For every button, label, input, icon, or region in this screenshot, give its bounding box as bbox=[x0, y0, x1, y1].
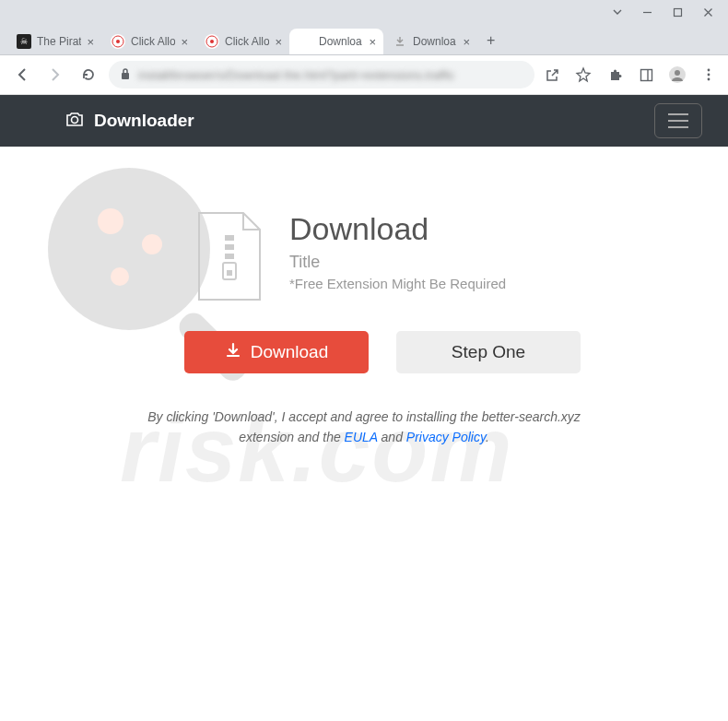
disclaimer-period: . bbox=[486, 430, 489, 444]
brand: Downloader bbox=[65, 109, 194, 134]
disclaimer-text: By clicking 'Download', I accept and agr… bbox=[0, 407, 728, 448]
reload-button[interactable] bbox=[76, 62, 101, 88]
svg-rect-24 bbox=[225, 244, 234, 250]
window-controls bbox=[0, 0, 728, 23]
download-button[interactable]: Download bbox=[184, 331, 369, 373]
disclaimer-and: and bbox=[378, 430, 406, 444]
tab-close-icon[interactable]: × bbox=[463, 36, 470, 48]
profile-avatar-icon[interactable] bbox=[667, 65, 687, 85]
tab-title: Downloa bbox=[413, 35, 457, 48]
buttons-row: Download Step One bbox=[37, 331, 728, 373]
share-icon[interactable] bbox=[542, 65, 562, 85]
svg-point-12 bbox=[708, 74, 710, 77]
svg-rect-7 bbox=[640, 69, 652, 80]
browser-tab[interactable]: ☠ The Pirat × bbox=[7, 29, 101, 54]
svg-point-3 bbox=[116, 40, 120, 43]
download-arrow-icon bbox=[225, 342, 241, 363]
browser-tab-active[interactable]: Downloa × bbox=[289, 29, 383, 54]
hero-text: Download Title *Free Extension Might Be … bbox=[289, 211, 506, 291]
hero-row: Download Title *Free Extension Might Be … bbox=[194, 211, 728, 303]
camera-icon bbox=[65, 109, 85, 134]
minimize-button[interactable] bbox=[642, 7, 652, 19]
browser-toolbar: install/browser/s/Download the.html?part… bbox=[0, 55, 728, 95]
tab-close-icon[interactable]: × bbox=[181, 36, 188, 48]
tab-title: Click Allo bbox=[225, 35, 269, 48]
tab-title: Click Allo bbox=[131, 35, 175, 48]
step-one-button[interactable]: Step One bbox=[396, 331, 581, 373]
close-window-button[interactable] bbox=[703, 7, 713, 19]
back-button[interactable] bbox=[9, 62, 35, 88]
lock-icon bbox=[120, 67, 131, 83]
privacy-policy-link[interactable]: Privacy Policy bbox=[406, 430, 486, 444]
toolbar-icons bbox=[542, 65, 719, 85]
svg-rect-27 bbox=[227, 270, 232, 276]
svg-rect-23 bbox=[225, 235, 234, 241]
favicon-click-icon bbox=[111, 34, 125, 49]
address-bar[interactable]: install/browser/s/Download the.html?part… bbox=[109, 61, 534, 89]
browser-chrome: ☠ The Pirat × Click Allo × Click Allo × … bbox=[0, 0, 728, 55]
svg-point-5 bbox=[210, 40, 214, 43]
hero-heading: Download bbox=[289, 211, 506, 247]
download-button-label: Download bbox=[251, 342, 329, 362]
tab-title: Downloa bbox=[319, 35, 363, 48]
svg-rect-25 bbox=[225, 254, 234, 259]
extensions-puzzle-icon[interactable] bbox=[605, 65, 625, 85]
reading-list-icon[interactable] bbox=[636, 65, 656, 85]
brand-text: Downloader bbox=[94, 111, 194, 131]
hero-note: *Free Extension Might Be Required bbox=[289, 276, 506, 291]
hamburger-menu[interactable] bbox=[654, 103, 702, 138]
tab-title: The Pirat bbox=[37, 35, 81, 48]
tab-close-icon[interactable]: × bbox=[87, 36, 94, 48]
favicon-blank-icon bbox=[299, 34, 313, 49]
zip-file-icon bbox=[194, 211, 265, 303]
eula-link[interactable]: EULA bbox=[345, 430, 378, 444]
svg-point-13 bbox=[708, 78, 710, 81]
favicon-click-icon bbox=[205, 34, 219, 49]
favicon-pirate-icon: ☠ bbox=[17, 34, 31, 49]
url-text: install/browser/s/Download the.html?part… bbox=[138, 68, 454, 82]
svg-point-11 bbox=[708, 69, 710, 72]
step-button-label: Step One bbox=[452, 342, 525, 362]
svg-rect-6 bbox=[122, 73, 129, 79]
kebab-menu-icon[interactable] bbox=[699, 65, 719, 85]
dropdown-caret-icon[interactable] bbox=[613, 7, 622, 19]
svg-point-14 bbox=[72, 116, 78, 123]
hero-subtitle: Title bbox=[289, 253, 506, 272]
page-header: Downloader bbox=[0, 95, 728, 147]
svg-point-10 bbox=[675, 70, 680, 76]
main-content: Download Title *Free Extension Might Be … bbox=[0, 147, 728, 448]
hamburger-icon bbox=[666, 112, 690, 130]
tab-close-icon[interactable]: × bbox=[275, 36, 282, 48]
favicon-download-icon bbox=[393, 34, 407, 49]
browser-tab[interactable]: Click Allo × bbox=[195, 29, 289, 54]
browser-tab[interactable]: Click Allo × bbox=[101, 29, 195, 54]
tab-close-icon[interactable]: × bbox=[369, 36, 376, 48]
maximize-button[interactable] bbox=[673, 7, 683, 19]
tabs-row: ☠ The Pirat × Click Allo × Click Allo × … bbox=[0, 23, 728, 54]
svg-rect-1 bbox=[675, 9, 682, 17]
browser-tab[interactable]: Downloa × bbox=[383, 29, 477, 54]
forward-button[interactable] bbox=[42, 62, 68, 88]
new-tab-button[interactable]: + bbox=[477, 27, 504, 54]
bookmark-star-icon[interactable] bbox=[573, 65, 593, 85]
